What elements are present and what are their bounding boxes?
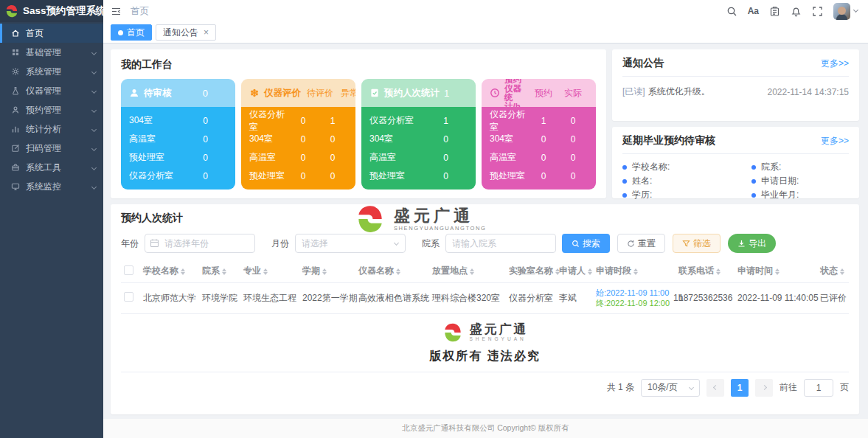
col-school[interactable]: 学校名称 [140,260,199,282]
page-footer: 北京盛元广通科技有限公司 Copyright© 版权所有 [103,419,868,438]
page-size-select[interactable]: 10条/页 [641,379,700,397]
total-count: 共 1 条 [607,381,634,394]
table-header-row: 学校名称 院系 专业 学期 仪器名称 放置地点 实验室名称 申请人 申请时段 联… [121,260,849,282]
col-location[interactable]: 放置地点 [429,260,506,282]
sidebar-item-monitor[interactable]: 系统监控 [0,177,103,196]
card-instrument-evaluation: 仪器评价 待评价异常 仪器分析室01 304室00 高温室00 预处理室00 [241,79,355,190]
sort-icon [633,268,638,275]
reset-button[interactable]: 重置 [617,234,665,253]
card-row: 高温室0 [369,148,468,167]
page-number-1[interactable]: 1 [731,379,749,397]
card-row: 高温室00 [490,148,588,167]
funnel-icon [682,240,690,248]
refresh-icon [627,240,635,248]
search-icon[interactable] [726,6,737,17]
sidebar-item-tools[interactable]: 系统工具 [0,158,103,177]
flower-icon [249,88,260,98]
col-lab[interactable]: 实验室名称 [506,260,556,282]
monitor-icon [11,182,20,191]
home-icon [11,29,20,38]
chevron-down-icon [689,385,694,390]
workbench-title: 我的工作台 [121,58,596,72]
sort-icon [181,268,185,275]
list-item: 申请日期: [751,174,799,188]
collapse-menu-icon[interactable] [111,6,122,17]
list-item: 学校名称: [622,160,751,174]
col-term[interactable]: 学期 [299,260,355,282]
sort-icon [840,268,844,275]
col-dept[interactable]: 院系 [199,260,240,282]
month-select[interactable] [295,234,406,253]
brand-footer: 盛元广通 SHENGYUAN 版权所有 违法必究 [121,321,849,364]
col-instrument[interactable]: 仪器名称 [355,260,429,282]
card-reservation-count: 预约人次统计 1 仪器分析室1 304室0 高温室0 预处理室0 [361,79,476,190]
avatar[interactable] [833,3,850,20]
sidebar-item-system[interactable]: 系统管理 [0,62,103,81]
search-icon [572,240,580,248]
sidebar-menu: 首页 基础管理 系统管理 仪器管理 预约管理 统计分析 [0,24,103,196]
dept-input[interactable] [445,234,556,253]
year-label: 年份 [121,237,139,250]
card-row: 304室0 [129,111,227,130]
sidebar-item-reservation[interactable]: 预约管理 [0,100,103,119]
notice-item[interactable]: [已读] 系统优化升级。 2022-11-14 14:37:15 [622,86,849,98]
tab-notice[interactable]: 通知公告 × [156,24,216,41]
row-checkbox[interactable] [121,282,140,313]
next-page-button[interactable] [755,379,773,397]
sort-icon [588,268,592,275]
grid-icon [11,48,20,57]
sidebar-item-instrument[interactable]: 仪器管理 [0,81,103,100]
font-size-icon[interactable]: Aa [748,6,759,16]
card-header-value: 1 [444,88,449,99]
export-button[interactable]: 导出 [728,234,776,253]
notice-more-link[interactable]: 更多>> [821,58,849,70]
search-button[interactable]: 搜索 [562,234,610,253]
read-tag: [已读] [622,86,645,98]
card-row: 预处理室00 [490,167,588,185]
sort-icon [470,268,474,275]
fullscreen-icon[interactable] [812,6,823,17]
col-major[interactable]: 专业 [240,260,299,282]
col-period[interactable]: 申请时段 [593,260,676,282]
prev-page-button[interactable] [706,379,724,397]
col-applicant[interactable]: 申请人 [556,260,593,282]
year-input[interactable] [145,234,255,253]
user-menu[interactable] [833,3,858,20]
card-row: 预处理室0 [129,148,227,167]
close-icon[interactable]: × [204,27,209,38]
sidebar-item-analytics[interactable]: 统计分析 [0,119,103,139]
chevron-right-icon [761,385,766,390]
select-all-checkbox[interactable] [121,260,140,282]
bullet-icon [751,193,756,198]
card-row: 仪器分析室01 [249,111,347,130]
goto-label: 前往 [780,381,797,394]
sidebar-item-home[interactable]: 首页 [0,24,103,43]
sidebar: Sass预约管理系统 首页 基础管理 系统管理 仪器管理 预约管理 [0,0,103,438]
tab-home[interactable]: 首页 [111,24,152,41]
tab-bar: 首页 通知公告 × [103,22,868,44]
graduation-more-link[interactable]: 更多>> [821,135,849,147]
reservations-table: 学校名称 院系 专业 学期 仪器名称 放置地点 实验室名称 申请人 申请时段 联… [121,260,849,314]
col-apply-time[interactable]: 申请时间 [735,260,817,282]
clock-icon [490,88,500,98]
filter-button[interactable]: 筛选 [673,234,721,253]
card-row: 高温室00 [249,148,347,167]
bullet-icon [622,193,627,198]
goto-page-input[interactable] [804,379,833,397]
user-icon [11,105,20,114]
notice-panel: 通知公告 更多>> [已读] 系统优化升级。 2022-11-14 14:37:… [612,49,859,121]
sidebar-item-scan[interactable]: 扫码管理 [0,139,103,158]
user-icon [129,88,139,98]
sidebar-item-basic[interactable]: 基础管理 [0,43,103,62]
card-instrument-hours: 预约仪器统计/h 预约实际 仪器分析室10 304室00 高温室00 预处理室0… [482,79,596,190]
col-status[interactable]: 状态 [817,260,849,282]
bell-icon[interactable] [791,6,802,17]
table-row: 北京师范大学 环境学院 环境生态工程 2022第一学期 高效液相色谱系统 理科综… [121,282,849,313]
card-row: 304室0 [369,130,468,148]
notice-time: 2022-11-14 14:37:15 [767,87,849,97]
card-row: 仪器分析室10 [490,111,588,130]
clipboard-icon[interactable] [769,6,780,17]
col-phone[interactable]: 联系电话 [676,260,735,282]
breadcrumb[interactable]: 首页 [131,5,149,18]
card-row: 预处理室00 [249,167,347,185]
